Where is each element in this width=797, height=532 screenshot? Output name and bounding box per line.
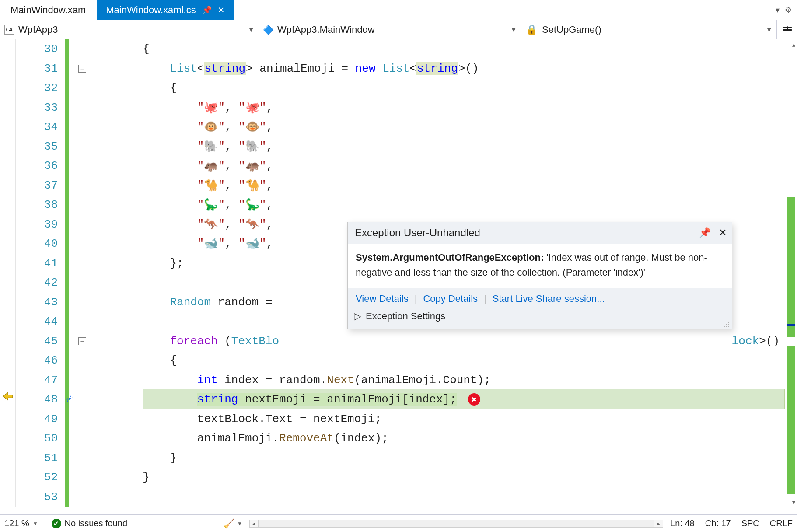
health-ok-icon: ✔: [52, 519, 61, 528]
horizontal-scrollbar[interactable]: ◂ ▸: [249, 520, 663, 528]
folding-gutter: − −: [70, 39, 94, 508]
exception-helper-popup[interactable]: Exception User-Unhandled 📌 ✕ System.Argu…: [347, 222, 732, 329]
pin-icon[interactable]: 📌: [699, 227, 711, 238]
line-number: 51: [16, 448, 58, 468]
broom-icon: 🧹: [224, 518, 234, 529]
chevron-right-icon: ▷: [354, 311, 361, 322]
line-number: 30: [16, 39, 58, 59]
line-number: 46: [16, 351, 58, 371]
line-number: 33: [16, 98, 58, 118]
line-number: 31: [16, 59, 58, 79]
copy-details-link[interactable]: Copy Details: [423, 293, 478, 304]
line-number: 44: [16, 312, 58, 332]
chevron-down-icon: ▼: [33, 521, 38, 527]
code-line: animalEmoji.RemoveAt(index);: [143, 429, 785, 448]
split-editor-button[interactable]: [777, 20, 797, 39]
change-overview-mark: [787, 346, 795, 494]
scroll-left-icon[interactable]: ◂: [250, 520, 259, 527]
editor-status-bar: 121 % ▼ ✔ No issues found 🧹▼ ◂ ▸ Ln: 48 …: [0, 514, 797, 532]
caret-overview-mark: [787, 324, 795, 326]
line-endings[interactable]: CRLF: [770, 518, 793, 528]
line-number: 53: [16, 487, 58, 507]
code-line: List<string> animalEmoji = new List<stri…: [143, 59, 785, 79]
tab-mainwindow-xaml-cs[interactable]: MainWindow.xaml.cs 📌 ✕: [97, 0, 233, 20]
start-live-share-link[interactable]: Start Live Share session...: [493, 293, 605, 304]
overview-ruler[interactable]: ▴ ▾: [785, 39, 797, 508]
tab-row-overflow: ▾ ⚙: [776, 0, 797, 20]
line-number: 38: [16, 195, 58, 215]
line-number: 35: [16, 137, 58, 157]
line-number: 32: [16, 78, 58, 98]
line-number-gutter: 30 31 32 33 34 35 36 37 38 39 40 41 42 4…: [16, 39, 64, 508]
code-line: int index = random.Next(animalEmoji.Coun…: [143, 371, 785, 390]
scroll-up-icon[interactable]: ▴: [792, 41, 795, 48]
exception-popup-body: System.ArgumentOutOfRangeException: 'Ind…: [348, 244, 732, 288]
chevron-down-icon: ▼: [766, 26, 772, 33]
line-number: 47: [16, 371, 58, 390]
tab-mainwindow-xaml[interactable]: MainWindow.xaml: [2, 0, 97, 20]
chevron-down-icon: ▼: [237, 521, 242, 527]
indent-mode[interactable]: SPC: [741, 518, 759, 528]
exception-popup-title: Exception User-Unhandled: [355, 227, 480, 239]
code-cleanup-button[interactable]: 🧹▼: [224, 518, 242, 529]
separator: [47, 518, 47, 529]
fold-toggle[interactable]: −: [78, 337, 86, 345]
document-tab-row: MainWindow.xaml MainWindow.xaml.cs 📌 ✕ ▾…: [0, 0, 797, 20]
code-line: "🐪", "🐪",: [143, 176, 785, 196]
view-details-link[interactable]: View Details: [356, 293, 409, 304]
issues-label[interactable]: No issues found: [65, 518, 127, 528]
glyph-margin[interactable]: [0, 39, 16, 508]
line-number: 52: [16, 468, 58, 487]
resize-grip-icon[interactable]: [722, 320, 730, 328]
line-number: 45: [16, 332, 58, 351]
svg-rect-2: [787, 26, 788, 31]
tab-overflow-caret-icon[interactable]: ▾: [776, 5, 780, 15]
pin-icon[interactable]: 📌: [202, 5, 212, 15]
member-name: SetUpGame(): [542, 24, 758, 35]
code-line: "🐘", "🐘",: [143, 137, 785, 157]
member-dropdown[interactable]: 🔒 SetUpGame() ▼: [521, 20, 777, 39]
zoom-dropdown[interactable]: 121 % ▼: [4, 518, 42, 528]
line-number: 37: [16, 176, 58, 196]
close-icon[interactable]: ✕: [218, 5, 224, 15]
line-number: 43: [16, 293, 58, 312]
scroll-down-icon[interactable]: ▾: [792, 499, 795, 506]
project-name: WpfApp3: [18, 24, 240, 35]
line-number: 48 🖉: [16, 390, 58, 410]
tab-label: MainWindow.xaml.cs: [106, 4, 196, 16]
caret-char[interactable]: Ch: 17: [705, 518, 731, 528]
exception-settings-expander[interactable]: ▷ Exception Settings: [348, 307, 732, 329]
change-overview-mark: [787, 197, 795, 337]
tab-settings-gear-icon[interactable]: ⚙: [785, 5, 792, 15]
error-icon[interactable]: ✖: [468, 393, 480, 406]
status-right-group: Ln: 48 Ch: 17 SPC CRLF: [670, 518, 793, 528]
csharp-icon: C#: [4, 25, 14, 35]
code-line: "🦕", "🦕",: [143, 195, 785, 215]
exception-type: System.ArgumentOutOfRangeException:: [356, 252, 544, 263]
quick-actions-icon[interactable]: 🖉: [65, 395, 73, 404]
scroll-right-icon[interactable]: ▸: [654, 520, 663, 527]
code-line: textBlock.Text = nextEmoji;: [143, 410, 785, 429]
caret-line[interactable]: Ln: 48: [670, 518, 695, 528]
project-dropdown[interactable]: C# WpfApp3 ▼: [0, 20, 259, 39]
code-line: "🦛", "🦛",: [143, 156, 785, 176]
code-line: }: [143, 487, 785, 507]
navigation-bar: C# WpfApp3 ▼ 🔷 WpfApp3.MainWindow ▼ 🔒 Se…: [0, 20, 797, 39]
code-line: "🐵", "🐵",: [143, 117, 785, 137]
exception-popup-links: View Details | Copy Details | Start Live…: [348, 288, 732, 307]
exception-settings-label: Exception Settings: [366, 311, 445, 322]
code-line: {: [143, 39, 785, 59]
current-statement-arrow-icon: [2, 390, 14, 402]
method-icon: 🔒: [526, 24, 538, 35]
class-dropdown[interactable]: 🔷 WpfApp3.MainWindow ▼: [259, 20, 521, 39]
change-indicator-gutter: [64, 39, 70, 508]
line-number: 40: [16, 234, 58, 254]
line-number: 39: [16, 215, 58, 234]
line-number: 36: [16, 156, 58, 176]
code-line: foreach (TextBlolock>(): [143, 332, 785, 351]
fold-toggle[interactable]: −: [78, 65, 86, 73]
code-line: string nextEmoji = animalEmoji[index];✖: [143, 390, 785, 410]
exception-popup-header: Exception User-Unhandled 📌 ✕: [348, 222, 732, 244]
close-icon[interactable]: ✕: [719, 227, 727, 238]
indent-guides: [94, 39, 143, 508]
